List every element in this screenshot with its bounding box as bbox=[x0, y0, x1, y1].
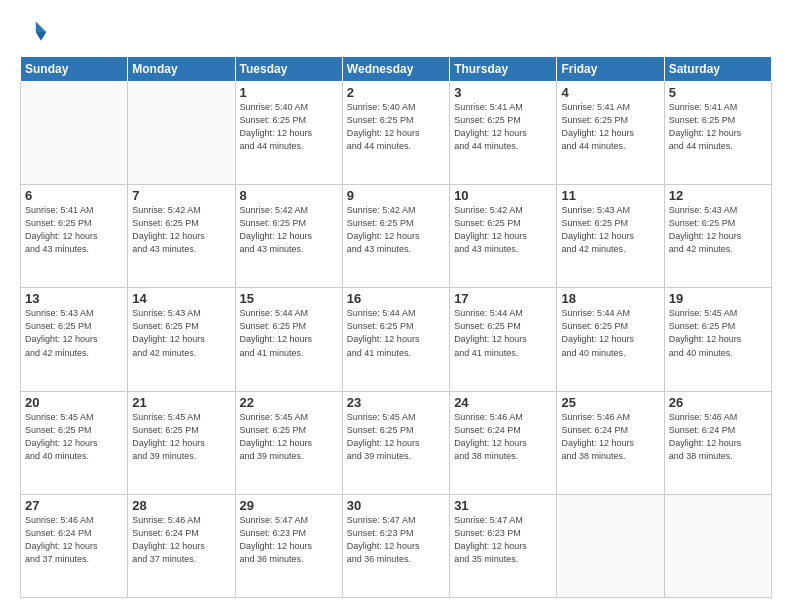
day-number: 22 bbox=[240, 395, 338, 410]
day-info: Sunrise: 5:43 AM Sunset: 6:25 PM Dayligh… bbox=[669, 204, 767, 256]
day-number: 25 bbox=[561, 395, 659, 410]
day-number: 16 bbox=[347, 291, 445, 306]
day-header-monday: Monday bbox=[128, 57, 235, 82]
calendar-cell: 6Sunrise: 5:41 AM Sunset: 6:25 PM Daylig… bbox=[21, 185, 128, 288]
day-number: 12 bbox=[669, 188, 767, 203]
day-info: Sunrise: 5:40 AM Sunset: 6:25 PM Dayligh… bbox=[347, 101, 445, 153]
day-info: Sunrise: 5:43 AM Sunset: 6:25 PM Dayligh… bbox=[561, 204, 659, 256]
calendar-cell: 22Sunrise: 5:45 AM Sunset: 6:25 PM Dayli… bbox=[235, 391, 342, 494]
day-info: Sunrise: 5:46 AM Sunset: 6:24 PM Dayligh… bbox=[132, 514, 230, 566]
day-info: Sunrise: 5:46 AM Sunset: 6:24 PM Dayligh… bbox=[25, 514, 123, 566]
day-header-thursday: Thursday bbox=[450, 57, 557, 82]
week-row-3: 13Sunrise: 5:43 AM Sunset: 6:25 PM Dayli… bbox=[21, 288, 772, 391]
day-number: 19 bbox=[669, 291, 767, 306]
day-info: Sunrise: 5:42 AM Sunset: 6:25 PM Dayligh… bbox=[347, 204, 445, 256]
day-number: 26 bbox=[669, 395, 767, 410]
calendar-cell bbox=[664, 494, 771, 597]
day-number: 30 bbox=[347, 498, 445, 513]
day-info: Sunrise: 5:40 AM Sunset: 6:25 PM Dayligh… bbox=[240, 101, 338, 153]
day-header-wednesday: Wednesday bbox=[342, 57, 449, 82]
calendar-cell: 13Sunrise: 5:43 AM Sunset: 6:25 PM Dayli… bbox=[21, 288, 128, 391]
day-info: Sunrise: 5:44 AM Sunset: 6:25 PM Dayligh… bbox=[240, 307, 338, 359]
day-number: 11 bbox=[561, 188, 659, 203]
day-number: 13 bbox=[25, 291, 123, 306]
day-info: Sunrise: 5:45 AM Sunset: 6:25 PM Dayligh… bbox=[240, 411, 338, 463]
calendar-cell: 18Sunrise: 5:44 AM Sunset: 6:25 PM Dayli… bbox=[557, 288, 664, 391]
day-info: Sunrise: 5:46 AM Sunset: 6:24 PM Dayligh… bbox=[561, 411, 659, 463]
day-number: 9 bbox=[347, 188, 445, 203]
calendar-table: SundayMondayTuesdayWednesdayThursdayFrid… bbox=[20, 56, 772, 598]
day-number: 24 bbox=[454, 395, 552, 410]
day-info: Sunrise: 5:41 AM Sunset: 6:25 PM Dayligh… bbox=[669, 101, 767, 153]
header bbox=[20, 18, 772, 46]
calendar-cell bbox=[557, 494, 664, 597]
day-info: Sunrise: 5:45 AM Sunset: 6:25 PM Dayligh… bbox=[347, 411, 445, 463]
calendar-cell: 29Sunrise: 5:47 AM Sunset: 6:23 PM Dayli… bbox=[235, 494, 342, 597]
day-info: Sunrise: 5:46 AM Sunset: 6:24 PM Dayligh… bbox=[669, 411, 767, 463]
day-info: Sunrise: 5:45 AM Sunset: 6:25 PM Dayligh… bbox=[669, 307, 767, 359]
calendar-cell: 19Sunrise: 5:45 AM Sunset: 6:25 PM Dayli… bbox=[664, 288, 771, 391]
day-number: 14 bbox=[132, 291, 230, 306]
day-info: Sunrise: 5:45 AM Sunset: 6:25 PM Dayligh… bbox=[132, 411, 230, 463]
day-info: Sunrise: 5:44 AM Sunset: 6:25 PM Dayligh… bbox=[347, 307, 445, 359]
day-info: Sunrise: 5:47 AM Sunset: 6:23 PM Dayligh… bbox=[240, 514, 338, 566]
day-number: 2 bbox=[347, 85, 445, 100]
calendar-cell: 17Sunrise: 5:44 AM Sunset: 6:25 PM Dayli… bbox=[450, 288, 557, 391]
calendar-cell: 9Sunrise: 5:42 AM Sunset: 6:25 PM Daylig… bbox=[342, 185, 449, 288]
day-info: Sunrise: 5:45 AM Sunset: 6:25 PM Dayligh… bbox=[25, 411, 123, 463]
day-number: 10 bbox=[454, 188, 552, 203]
day-number: 29 bbox=[240, 498, 338, 513]
day-info: Sunrise: 5:44 AM Sunset: 6:25 PM Dayligh… bbox=[454, 307, 552, 359]
svg-marker-1 bbox=[36, 32, 47, 41]
calendar-cell: 24Sunrise: 5:46 AM Sunset: 6:24 PM Dayli… bbox=[450, 391, 557, 494]
day-number: 31 bbox=[454, 498, 552, 513]
day-info: Sunrise: 5:43 AM Sunset: 6:25 PM Dayligh… bbox=[25, 307, 123, 359]
calendar-cell: 5Sunrise: 5:41 AM Sunset: 6:25 PM Daylig… bbox=[664, 82, 771, 185]
calendar-cell: 14Sunrise: 5:43 AM Sunset: 6:25 PM Dayli… bbox=[128, 288, 235, 391]
calendar-cell: 26Sunrise: 5:46 AM Sunset: 6:24 PM Dayli… bbox=[664, 391, 771, 494]
day-info: Sunrise: 5:42 AM Sunset: 6:25 PM Dayligh… bbox=[240, 204, 338, 256]
day-number: 23 bbox=[347, 395, 445, 410]
calendar-cell: 8Sunrise: 5:42 AM Sunset: 6:25 PM Daylig… bbox=[235, 185, 342, 288]
day-info: Sunrise: 5:41 AM Sunset: 6:25 PM Dayligh… bbox=[561, 101, 659, 153]
days-header-row: SundayMondayTuesdayWednesdayThursdayFrid… bbox=[21, 57, 772, 82]
day-info: Sunrise: 5:42 AM Sunset: 6:25 PM Dayligh… bbox=[454, 204, 552, 256]
svg-marker-0 bbox=[36, 22, 47, 33]
calendar-cell: 11Sunrise: 5:43 AM Sunset: 6:25 PM Dayli… bbox=[557, 185, 664, 288]
day-number: 15 bbox=[240, 291, 338, 306]
logo bbox=[20, 18, 52, 46]
logo-icon bbox=[20, 18, 48, 46]
day-number: 28 bbox=[132, 498, 230, 513]
day-number: 7 bbox=[132, 188, 230, 203]
day-info: Sunrise: 5:44 AM Sunset: 6:25 PM Dayligh… bbox=[561, 307, 659, 359]
calendar-cell: 23Sunrise: 5:45 AM Sunset: 6:25 PM Dayli… bbox=[342, 391, 449, 494]
day-info: Sunrise: 5:41 AM Sunset: 6:25 PM Dayligh… bbox=[454, 101, 552, 153]
calendar-cell: 7Sunrise: 5:42 AM Sunset: 6:25 PM Daylig… bbox=[128, 185, 235, 288]
day-number: 1 bbox=[240, 85, 338, 100]
day-number: 18 bbox=[561, 291, 659, 306]
day-header-tuesday: Tuesday bbox=[235, 57, 342, 82]
day-info: Sunrise: 5:47 AM Sunset: 6:23 PM Dayligh… bbox=[454, 514, 552, 566]
day-number: 8 bbox=[240, 188, 338, 203]
calendar-cell: 12Sunrise: 5:43 AM Sunset: 6:25 PM Dayli… bbox=[664, 185, 771, 288]
day-info: Sunrise: 5:46 AM Sunset: 6:24 PM Dayligh… bbox=[454, 411, 552, 463]
calendar-cell: 25Sunrise: 5:46 AM Sunset: 6:24 PM Dayli… bbox=[557, 391, 664, 494]
calendar-cell: 30Sunrise: 5:47 AM Sunset: 6:23 PM Dayli… bbox=[342, 494, 449, 597]
week-row-1: 1Sunrise: 5:40 AM Sunset: 6:25 PM Daylig… bbox=[21, 82, 772, 185]
day-header-saturday: Saturday bbox=[664, 57, 771, 82]
calendar-cell: 2Sunrise: 5:40 AM Sunset: 6:25 PM Daylig… bbox=[342, 82, 449, 185]
calendar-cell: 3Sunrise: 5:41 AM Sunset: 6:25 PM Daylig… bbox=[450, 82, 557, 185]
calendar-cell: 1Sunrise: 5:40 AM Sunset: 6:25 PM Daylig… bbox=[235, 82, 342, 185]
calendar-cell: 31Sunrise: 5:47 AM Sunset: 6:23 PM Dayli… bbox=[450, 494, 557, 597]
week-row-5: 27Sunrise: 5:46 AM Sunset: 6:24 PM Dayli… bbox=[21, 494, 772, 597]
week-row-4: 20Sunrise: 5:45 AM Sunset: 6:25 PM Dayli… bbox=[21, 391, 772, 494]
day-number: 20 bbox=[25, 395, 123, 410]
day-number: 6 bbox=[25, 188, 123, 203]
day-number: 4 bbox=[561, 85, 659, 100]
day-number: 3 bbox=[454, 85, 552, 100]
calendar-cell: 4Sunrise: 5:41 AM Sunset: 6:25 PM Daylig… bbox=[557, 82, 664, 185]
day-header-sunday: Sunday bbox=[21, 57, 128, 82]
day-header-friday: Friday bbox=[557, 57, 664, 82]
calendar-cell: 10Sunrise: 5:42 AM Sunset: 6:25 PM Dayli… bbox=[450, 185, 557, 288]
day-info: Sunrise: 5:47 AM Sunset: 6:23 PM Dayligh… bbox=[347, 514, 445, 566]
